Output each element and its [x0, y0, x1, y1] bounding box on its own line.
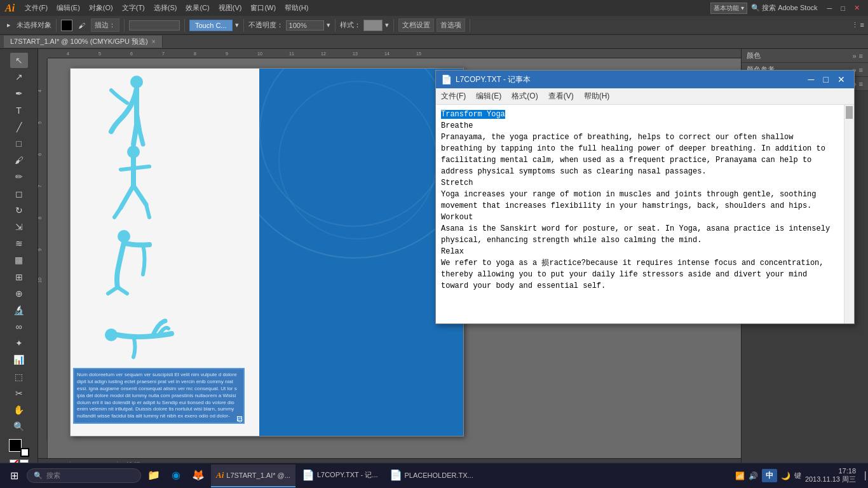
symbol-btn[interactable]: ✦ [10, 336, 28, 351]
taskbar-keyboard[interactable]: 键 [794, 471, 801, 480]
menu-file[interactable]: 文件(F) [21, 2, 51, 14]
taskbar-notepad1[interactable]: 📄 L7COPY.TXT - 记... [297, 464, 383, 487]
touch-dropdown[interactable]: ▾ [235, 21, 239, 29]
stroke-swatch[interactable] [20, 448, 29, 457]
notepad-minimize[interactable]: ─ [804, 73, 818, 86]
stretch-heading: Stretch [441, 179, 473, 187]
show-desktop-btn[interactable]: ▕ [860, 471, 865, 480]
gradient-btn[interactable]: ▦ [10, 252, 28, 268]
menu-text[interactable]: 文字(T) [118, 2, 149, 14]
rotate-btn[interactable]: ↻ [10, 203, 28, 218]
notepad1-icon: 📄 [302, 469, 315, 481]
scale-btn[interactable]: ⇲ [10, 219, 28, 234]
svg-text:9: 9 [38, 248, 42, 251]
extra-icons[interactable]: ⋮ ≡ [851, 21, 864, 29]
notepad-menu-edit[interactable]: 编辑(E) [471, 90, 506, 103]
taskbar-ime[interactable]: 中 [762, 469, 777, 482]
ruler-top: 4 5 6 7 8 9 10 11 12 13 14 15 [48, 49, 741, 58]
style-dropdown[interactable]: ▾ [385, 21, 389, 29]
brush-tool[interactable]: 🖌 [75, 20, 88, 30]
taskbar-search[interactable]: 🔍 搜索 [27, 468, 141, 483]
menu-select[interactable]: 选择(S) [150, 2, 181, 14]
doc-tab-active[interactable]: L7START_1.AI* @ 100% (CMYK/GPU 预选) × [4, 36, 163, 48]
taskbar-network-icon[interactable]: 📶 [735, 471, 745, 480]
taskbar-clock[interactable]: 17:18 2013.11.13 周三 [805, 467, 856, 484]
taskbar-illustrator[interactable]: Ai L7START_1.AI* @... [211, 464, 295, 487]
svg-line-28 [146, 205, 149, 217]
notepad-app-icon: 📄 [441, 74, 452, 85]
line-tool-btn[interactable]: ╱ [10, 119, 28, 135]
pen-tool-btn[interactable]: ✒ [10, 86, 28, 101]
search-bar[interactable]: 🔍 搜索 Adobe Stock [751, 3, 818, 13]
doc-tabs-bar: L7START_1.AI* @ 100% (CMYK/GPU 预选) × [0, 35, 868, 49]
panel-guide-menu[interactable]: ≡ [859, 66, 863, 74]
menu-help[interactable]: 帮助(H) [281, 2, 312, 14]
selection-tool-btn[interactable]: ↖ [10, 53, 28, 68]
notepad-maximize[interactable]: □ [820, 73, 832, 86]
panel-menu-btn[interactable]: ≡ [859, 52, 863, 60]
menu-effect[interactable]: 效果(C) [182, 2, 213, 14]
eyedropper-btn[interactable]: 🔬 [10, 302, 28, 318]
style-label: 样式： [340, 20, 361, 30]
panel-btn[interactable]: 基本功能 ▾ [710, 3, 747, 14]
opacity-input[interactable] [286, 20, 324, 30]
hand-btn[interactable]: ✋ [10, 402, 28, 417]
type-tool-btn[interactable]: T [10, 103, 28, 118]
panel-expand-btn[interactable]: » [852, 52, 856, 60]
svg-text:6: 6 [38, 153, 42, 156]
text-overflow-indicator[interactable]: ⬡ [237, 416, 242, 421]
menu-view[interactable]: 视图(V) [215, 2, 246, 14]
doc-tab-close[interactable]: × [152, 38, 156, 45]
menu-window[interactable]: 窗口(W) [247, 2, 280, 14]
maximize-button[interactable]: □ [837, 4, 848, 13]
selection-tool[interactable]: ▸ [4, 20, 14, 30]
taskbar-notepad2[interactable]: 📄 PLACEHOLDER.TX... [384, 464, 478, 487]
separator3 [184, 19, 185, 32]
touch-button[interactable]: Touch C... [189, 20, 233, 31]
notepad-text-area[interactable]: Transform Yoga Breathe Pranayama, the yo… [436, 105, 844, 323]
style-swatch[interactable] [363, 20, 383, 31]
artboard-text-box: Num doloreetum ver sequam ver suscipisti… [73, 368, 245, 424]
illustrator-label: L7START_1.AI* @... [226, 471, 290, 479]
menu-object[interactable]: 对象(O) [85, 2, 117, 14]
notepad-menu-file[interactable]: 文件(F) [436, 90, 471, 103]
eraser-btn[interactable]: ◻ [10, 186, 28, 201]
slice-btn[interactable]: ✂ [10, 386, 28, 401]
notepad-close[interactable]: ✕ [834, 73, 849, 86]
taskbar-firefox[interactable]: 🦊 [187, 464, 210, 487]
taskbar-edge[interactable]: ◉ [166, 464, 186, 487]
close-button[interactable]: ✕ [851, 3, 863, 13]
artboard-btn[interactable]: ⬚ [10, 369, 28, 384]
direct-select-btn[interactable]: ↗ [10, 69, 28, 85]
scrollbar-thumb[interactable] [846, 106, 853, 119]
pencil-btn[interactable]: ✏ [10, 169, 28, 184]
minimize-button[interactable]: ─ [824, 4, 836, 13]
preferences-button[interactable]: 首选项 [437, 18, 465, 32]
column-graph-btn[interactable]: 📊 [10, 352, 28, 367]
fill-color[interactable] [61, 20, 72, 31]
menu-edit[interactable]: 编辑(E) [53, 2, 84, 14]
paintbrush-btn[interactable]: 🖌 [10, 152, 28, 168]
notepad-menu-format[interactable]: 格式(O) [506, 90, 543, 103]
notepad-content: Transform Yoga Breathe Pranayama, the yo… [436, 105, 854, 323]
notepad-menu-view[interactable]: 查看(V) [543, 90, 579, 103]
fill-swatch[interactable] [9, 439, 22, 452]
taskbar-file-explorer[interactable]: 📁 [142, 464, 165, 487]
blend-btn[interactable]: ∞ [10, 319, 28, 334]
shape-builder-btn[interactable]: ⊕ [10, 286, 28, 301]
mesh-btn[interactable]: ⊞ [10, 269, 28, 284]
rect-tool-btn[interactable]: □ [10, 136, 28, 151]
doc-settings-button[interactable]: 文档设置 [398, 18, 434, 32]
taskbar-volume-icon[interactable]: 🔊 [749, 471, 758, 480]
zoom-btn[interactable]: 🔍 [10, 419, 28, 434]
opacity-dropdown[interactable]: ▾ [327, 21, 330, 29]
stroke-input[interactable] [129, 20, 180, 30]
relax-body: We refer to yoga as a 损ractice?because i… [441, 259, 824, 290]
search-text: 搜索 [46, 471, 60, 480]
panel-themes-menu[interactable]: ≡ [859, 80, 863, 88]
fill-stroke-swatches[interactable] [9, 439, 29, 457]
warp-btn[interactable]: ≋ [10, 236, 28, 251]
notepad-menu-help[interactable]: 帮助(H) [579, 90, 615, 103]
notepad-scrollbar[interactable] [844, 105, 854, 323]
start-button[interactable]: ⊞ [3, 464, 25, 487]
